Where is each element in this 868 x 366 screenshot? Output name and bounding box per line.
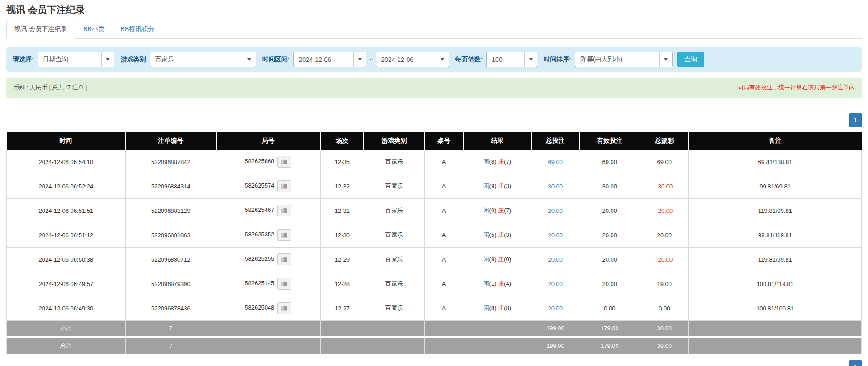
valid-bet-cell: 20.00 — [579, 223, 640, 247]
header-payout: 总派彩 — [640, 132, 689, 150]
table-no-cell: A — [425, 198, 463, 223]
tab-bb-points[interactable]: BB视讯积分 — [113, 20, 163, 39]
date-from-caret-button[interactable] — [353, 52, 366, 67]
date-to-caret-button[interactable] — [436, 52, 449, 67]
valid-bet-cell: 20.00 — [579, 272, 640, 296]
banker-score: (4) — [504, 280, 511, 287]
sort-label: 时间排序: — [544, 56, 571, 64]
game-type-caret-button[interactable] — [243, 52, 256, 67]
header-session: 场次 — [320, 132, 364, 150]
round-id: 582625255 — [245, 255, 274, 262]
tab-betting-records[interactable]: 视讯 会员下注纪录 — [6, 20, 75, 39]
total-bet-link[interactable]: 20.00 — [548, 281, 563, 287]
time-cell: 2024-12-06 06:54:10 — [7, 150, 126, 174]
page-button-1[interactable]: 1 — [849, 360, 862, 366]
valid-bet-cell: 69.00 — [579, 150, 640, 174]
tab-bar: 视讯 会员下注纪录 BB小费 BB视讯积分 — [6, 20, 862, 39]
result-cell: 闲(8) 庄(7) — [463, 150, 531, 174]
player-score: (5) — [489, 231, 497, 238]
payout-cell: -20.00 — [640, 247, 689, 272]
player-score: (1) — [489, 280, 497, 287]
sort-select[interactable]: 降幂(由大到小) — [575, 52, 673, 67]
view-result-button[interactable] — [277, 278, 291, 290]
result-cell: 闲(9) 庄(0) — [463, 247, 531, 272]
total-bet-link[interactable]: 20.00 — [548, 305, 563, 312]
view-result-button[interactable] — [277, 156, 291, 168]
round-cell: 582625574 — [216, 174, 321, 198]
header-time: 时间 — [7, 132, 126, 150]
table-row: 2024-12-06 06:49:57 522096879390 5826251… — [7, 272, 862, 296]
game-type-value: 百家乐 — [150, 52, 243, 67]
session-cell: 12-28 — [320, 272, 364, 296]
total-bet-link[interactable]: 20.00 — [548, 256, 563, 263]
total-bet-link[interactable]: 20.00 — [548, 232, 563, 239]
betting-records-table: 时间 注单编号 局号 场次 游戏类别 桌号 结果 总投注 有效投注 总派彩 备注… — [6, 132, 862, 354]
total-count: 7 — [125, 337, 216, 354]
table-no-cell: A — [425, 247, 463, 272]
table-row: 2024-12-06 06:49:30 522096878436 5826250… — [7, 296, 862, 320]
subtotal-row: 小计 7 199.00 179.00 38.00 — [7, 320, 862, 337]
table-body: 2024-12-06 06:54:10 522096887842 5826258… — [7, 150, 862, 320]
tab-bb-tips[interactable]: BB小费 — [75, 20, 113, 39]
round-cell: 582625868 — [216, 150, 321, 174]
view-result-button[interactable] — [277, 302, 291, 314]
game-type-select[interactable]: 百家乐 — [150, 52, 256, 67]
view-result-button[interactable] — [277, 205, 291, 216]
date-to-select[interactable]: 2024-12-06 — [376, 52, 449, 67]
view-result-button[interactable] — [277, 229, 291, 241]
search-button[interactable]: 查询 — [677, 52, 704, 67]
pagination-top: 1 — [6, 113, 862, 127]
result-cell: 闲(0) 庄(7) — [463, 198, 531, 223]
total-bet-link[interactable]: 30.00 — [548, 183, 563, 190]
cards-icon — [280, 232, 288, 239]
query-type-caret-button[interactable] — [101, 52, 114, 67]
round-cell: 582625145 — [216, 272, 321, 296]
page-size-select[interactable]: 100 — [486, 52, 537, 67]
page-size-caret-button[interactable] — [524, 52, 537, 67]
bet-id-cell: 522096880712 — [125, 247, 216, 272]
view-result-button[interactable] — [277, 253, 291, 265]
total-bet-cell: 20.00 — [531, 247, 579, 272]
chevron-down-icon — [106, 58, 109, 61]
chevron-down-icon — [664, 58, 668, 61]
game-type-cell: 百家乐 — [364, 174, 424, 198]
round-cell: 582625048 — [216, 296, 321, 320]
time-cell: 2024-12-06 06:52:24 — [7, 174, 126, 198]
banker-label: 庄 — [498, 158, 504, 165]
bet-id-cell: 522096883129 — [125, 198, 216, 223]
note-cell: 119.81/99.81 — [689, 247, 862, 272]
session-cell: 12-32 — [320, 174, 364, 198]
total-bet-link[interactable]: 20.00 — [548, 207, 563, 214]
time-cell: 2024-12-06 06:49:57 — [7, 272, 126, 296]
banker-score: (3) — [504, 183, 511, 189]
result-cell: 闲(5) 庄(3) — [463, 223, 531, 247]
banker-score: (0) — [504, 256, 511, 263]
total-bet-cell: 20.00 — [531, 296, 579, 320]
filter-bar: 请选择: 日期查询 游戏类别 百家乐 时间区间: 2024-12-06 ~ 20… — [6, 47, 862, 72]
valid-bet-cell: 20.00 — [579, 247, 640, 272]
date-from-select[interactable]: 2024-12-06 — [293, 52, 366, 67]
total-label: 总计 — [7, 337, 126, 354]
banker-score: (7) — [504, 158, 511, 165]
session-cell: 12-31 — [320, 198, 364, 223]
subtotal-valid-bet: 179.00 — [579, 320, 640, 337]
note-cell: 119.81/99.81 — [689, 198, 862, 223]
banker-label: 庄 — [498, 305, 504, 311]
table-row: 2024-12-06 06:51:12 522096881863 5826253… — [7, 223, 862, 247]
banker-score: (8) — [504, 305, 511, 311]
round-id: 582625467 — [245, 206, 274, 213]
page-title: 视讯 会员下注纪录 — [6, 4, 862, 16]
chevron-down-icon — [529, 58, 533, 61]
total-bet-link[interactable]: 69.00 — [548, 159, 563, 165]
cards-icon — [280, 256, 288, 263]
player-label: 闲 — [484, 231, 489, 238]
sort-caret-button[interactable] — [659, 52, 672, 67]
table-no-cell: A — [425, 174, 463, 198]
player-label: 闲 — [484, 158, 489, 165]
query-type-select[interactable]: 日期查询 — [38, 52, 114, 67]
view-result-button[interactable] — [277, 180, 291, 192]
table-no-cell: A — [425, 223, 463, 247]
bet-id-cell: 522096878436 — [125, 296, 216, 320]
player-label: 闲 — [484, 256, 489, 263]
page-button-1[interactable]: 1 — [849, 113, 862, 127]
